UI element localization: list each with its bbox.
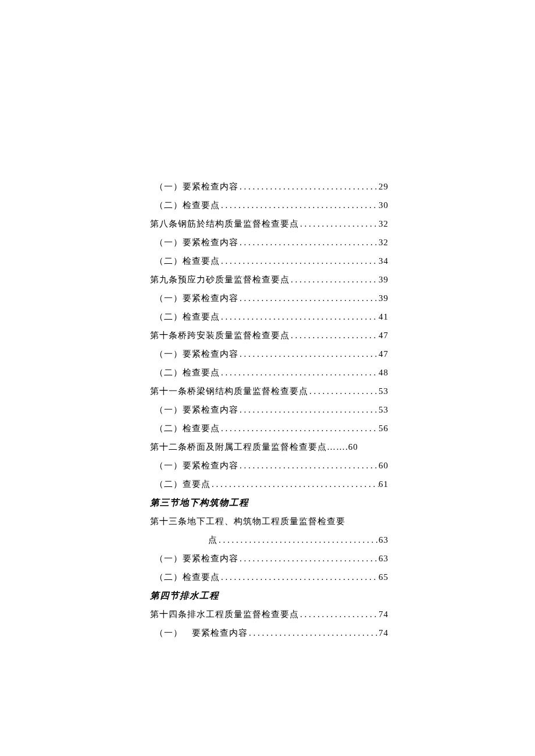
toc-page: 53 [379, 382, 388, 400]
toc-label: （二）查要点 [155, 475, 211, 493]
toc-label: （二）检查要点 [155, 419, 220, 438]
toc-page: 60 [379, 456, 388, 475]
toc-entry: 第十一条桥梁钢结构质量监督检查要点 53 [150, 382, 388, 400]
toc-leader [238, 233, 379, 252]
toc-leader [248, 624, 379, 642]
toc-page: 61 [379, 475, 388, 493]
toc-entry: （一）要紧检查内容 53 [150, 400, 388, 419]
toc-page: 29 [379, 177, 388, 196]
toc-page: 39 [379, 270, 388, 289]
toc-page: 63 [379, 549, 388, 568]
toc-page: 74 [379, 624, 388, 642]
toc-entry: （一）要紧检查内容 63 [150, 549, 388, 568]
toc-page: 32 [379, 233, 388, 252]
toc-page: 30 [379, 196, 388, 214]
toc-label: （一）要紧检查内容 [155, 289, 238, 307]
toc-leader-cn: ……. [327, 438, 348, 456]
toc-entry-wrap-line2: 点 63 [150, 531, 388, 549]
toc-entry: （二）检查要点 41 [150, 307, 388, 326]
section-header-3: 第三节地下构筑物工程 [150, 493, 388, 512]
toc-entry-wrap-line1: 第十三条地下工程、构筑物工程质量监督检查要 [150, 512, 388, 531]
toc-label-cont: 点 [208, 531, 217, 549]
toc-page: 74 [379, 605, 388, 624]
toc-entry: （一）要紧检查内容 60 [150, 456, 388, 475]
toc-entry: 第九条预应力砂质量监督检查要点 39 [150, 270, 388, 289]
toc-label: （一）要紧检查内容 [155, 345, 238, 363]
toc-leader [238, 400, 379, 419]
toc-container: （一）要紧检查内容 29 （二）检查要点 30 第八条钢筋於结构质量监督检查要点… [150, 177, 388, 642]
toc-page: 53 [379, 400, 388, 419]
toc-leader [217, 531, 379, 549]
toc-page: 48 [379, 363, 388, 382]
toc-page: 63 [379, 531, 388, 549]
toc-leader [308, 382, 379, 400]
toc-label: （一） 要紧检查内容 [155, 624, 248, 642]
toc-entry: 第八条钢筋於结构质量监督检查要点 32 [150, 214, 388, 233]
toc-label: （一）要紧检查内容 [155, 233, 238, 252]
toc-leader [220, 307, 379, 326]
toc-label: 第八条钢筋於结构质量监督检查要点 [150, 214, 299, 233]
toc-leader [220, 419, 379, 438]
toc-page: 65 [379, 568, 388, 586]
toc-leader [299, 214, 379, 233]
toc-entry: （二）检查要点 56 [150, 419, 388, 438]
toc-page: 47 [379, 345, 388, 363]
toc-label: 第十一条桥梁钢结构质量监督检查要点 [150, 382, 308, 400]
toc-label: （一）要紧检查内容 [155, 177, 238, 196]
toc-label: （一）要紧检查内容 [155, 549, 238, 568]
toc-page: 41 [379, 307, 388, 326]
toc-leader [238, 456, 379, 475]
toc-page: 47 [379, 326, 388, 345]
toc-page: 32 [379, 214, 388, 233]
toc-entry: （一）要紧检查内容 32 [150, 233, 388, 252]
toc-entry: 第十二条桥面及附属工程质量监督检查要点 ……. 60 [150, 438, 388, 456]
toc-entry: （一）要紧检查内容 39 [150, 289, 388, 307]
toc-label: 第十四条排水工程质量监督检查要点 [150, 605, 299, 624]
toc-label: （一）要紧检查内容 [155, 400, 238, 419]
toc-leader [290, 270, 379, 289]
toc-leader [238, 345, 379, 363]
toc-page: 39 [379, 289, 388, 307]
toc-entry: （二）检查要点 30 [150, 196, 388, 214]
toc-leader [238, 549, 379, 568]
toc-page: 60 [348, 438, 358, 456]
toc-label: 第九条预应力砂质量监督检查要点 [150, 270, 290, 289]
toc-entry: （一） 要紧检查内容 74 [150, 624, 388, 642]
toc-leader [238, 177, 379, 196]
toc-leader [220, 568, 379, 586]
toc-entry: （二）检查要点 34 [150, 252, 388, 270]
toc-entry: （一）要紧检查内容 29 [150, 177, 388, 196]
toc-entry: （二）检查要点 48 [150, 363, 388, 382]
toc-leader [220, 252, 379, 270]
toc-page: 56 [379, 419, 388, 438]
toc-label: （二）检查要点 [155, 252, 220, 270]
toc-leader [290, 326, 379, 345]
toc-entry: （二）查要点 61 [150, 475, 388, 493]
toc-label: （二）检查要点 [155, 196, 220, 214]
toc-entry: （一）要紧检查内容 47 [150, 345, 388, 363]
toc-page: 34 [379, 252, 388, 270]
section-header-4: 第四节排水工程 [150, 586, 388, 605]
toc-label: 第十条桥跨安装质量监督检查要点 [150, 326, 290, 345]
toc-label: （一）要紧检查内容 [155, 456, 238, 475]
toc-leader [220, 196, 379, 214]
toc-leader [238, 289, 379, 307]
toc-label: （二）检查要点 [155, 568, 220, 586]
toc-leader [211, 475, 379, 493]
toc-label: 第十二条桥面及附属工程质量监督检查要点 [150, 438, 327, 456]
toc-entry: 第十条桥跨安装质量监督检查要点 47 [150, 326, 388, 345]
toc-entry: 第十四条排水工程质量监督检查要点 74 [150, 605, 388, 624]
toc-entry: （二）检查要点 65 [150, 568, 388, 586]
toc-label: （二）检查要点 [155, 307, 220, 326]
toc-label: （二）检查要点 [155, 363, 220, 382]
toc-leader [220, 363, 379, 382]
toc-leader [299, 605, 379, 624]
